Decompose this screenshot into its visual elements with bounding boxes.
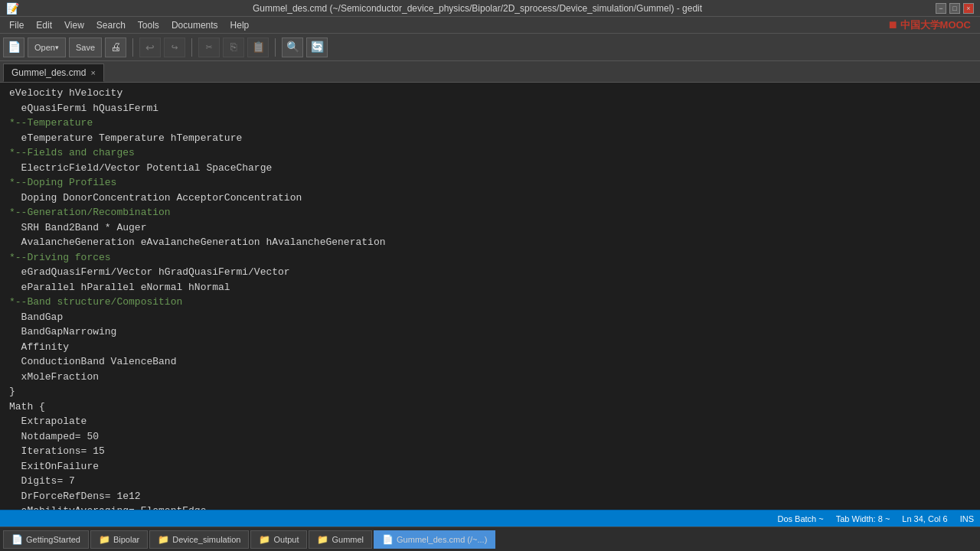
tabbar: Gummel_des.cmd × xyxy=(0,61,980,83)
titlebar: 📝 Gummel_des.cmd (~/Semiconductor_device… xyxy=(0,0,980,17)
editor-line: Extrapolate xyxy=(6,414,980,429)
taskbar-icon-1: 📁 xyxy=(99,534,110,545)
editor-line: eMobilityAveraging= ElementEdge xyxy=(6,504,980,510)
replace-button[interactable]: 🔄 xyxy=(306,37,328,57)
editor-line: } xyxy=(6,384,980,399)
editor-line: *--Doping Profiles xyxy=(6,175,980,191)
editor-line: BandGap xyxy=(6,310,980,325)
taskbar-label-1: Bipolar xyxy=(113,535,139,544)
taskbar-label-3: Output xyxy=(273,535,299,544)
menu-documents[interactable]: Documents xyxy=(165,18,224,32)
editor-line: Iterations= 15 xyxy=(6,444,980,459)
paste-button[interactable]: 📋 xyxy=(247,37,269,57)
editor-line: *--Band structure/Composition xyxy=(6,295,980,310)
statusbar-right: Dos Batch ~ Tab Width: 8 ~ Ln 34, Col 6 … xyxy=(777,514,974,523)
taskbar-item-3[interactable]: 📁Output xyxy=(250,530,307,549)
editor-line: Doping DonorConcentration AcceptorConcen… xyxy=(6,191,980,206)
taskbar-label-2: Device_simulation xyxy=(172,535,240,544)
editor-line: eParallel hParallel eNormal hNormal xyxy=(6,280,980,295)
taskbar-icon-2: 📁 xyxy=(158,534,169,545)
menu-help[interactable]: Help xyxy=(224,18,256,32)
redo-button[interactable]: ↪ xyxy=(164,37,185,57)
taskbar-label-4: Gummel xyxy=(332,535,364,544)
editor-line: xMoleFraction xyxy=(6,370,980,385)
tab-label: Gummel_des.cmd xyxy=(11,67,86,78)
taskbar-icon-3: 📁 xyxy=(259,534,270,545)
taskbar-icon-4: 📁 xyxy=(317,534,328,545)
menu-search[interactable]: Search xyxy=(90,18,132,32)
editor-line: *--Generation/Recombination xyxy=(6,205,980,220)
editor-line: *--Temperature xyxy=(6,116,980,131)
taskbar-item-2[interactable]: 📁Device_simulation xyxy=(149,530,249,549)
editor-line: eTemperature Temperature hTemperature xyxy=(6,131,980,146)
editor-line: *--Driving forces xyxy=(6,250,980,266)
editor-line: Math { xyxy=(6,399,980,415)
taskbar: 📄GettingStarted📁Bipolar📁Device_simulatio… xyxy=(0,527,980,551)
editor-tab[interactable]: Gummel_des.cmd × xyxy=(3,64,104,82)
sep1 xyxy=(132,38,133,57)
save-button[interactable]: Save xyxy=(69,37,102,57)
taskbar-label-5: Gummel_des.cmd (/~...) xyxy=(397,535,487,544)
editor-line: Affinity xyxy=(6,340,980,355)
menu-view[interactable]: View xyxy=(58,18,90,32)
mooc-logo: ■ 中国大学MOOC xyxy=(889,17,977,33)
new-button[interactable]: 📄 xyxy=(3,37,24,57)
app-icon: 📝 xyxy=(6,2,19,15)
minimize-button[interactable]: − xyxy=(936,3,946,14)
editor-line: eVelocity hVelocity xyxy=(6,86,980,101)
taskbar-label-0: GettingStarted xyxy=(26,535,80,544)
close-button[interactable]: × xyxy=(963,3,974,14)
menu-edit[interactable]: Edit xyxy=(30,18,58,32)
cut-button[interactable]: ✂ xyxy=(198,37,220,57)
editor-line: SRH Band2Band * Auger xyxy=(6,220,980,236)
toolbar: 📄 Open ▾ Save 🖨 ↩ ↪ ✂ ⎘ 📋 🔍 🔄 xyxy=(0,34,980,61)
menu-tools[interactable]: Tools xyxy=(132,18,165,32)
taskbar-item-4[interactable]: 📁Gummel xyxy=(309,530,372,549)
editor-line: BandGapNarrowing xyxy=(6,324,980,340)
tab-close-button[interactable]: × xyxy=(90,68,95,77)
editor-line: ElectricField/Vector Potential SpaceChar… xyxy=(6,161,980,176)
editor-line: eQuasiFermi hQuasiFermi xyxy=(6,101,980,116)
taskbar-icon-5: 📄 xyxy=(382,534,394,545)
menu-file[interactable]: File xyxy=(3,18,30,32)
editor-line: AvalancheGeneration eAvalancheGeneration… xyxy=(6,235,980,250)
undo-button[interactable]: ↩ xyxy=(139,37,161,57)
taskbar-item-0[interactable]: 📄GettingStarted xyxy=(3,530,89,549)
cursor-position: Ln 34, Col 6 xyxy=(902,514,947,523)
insert-mode: INS xyxy=(960,514,974,523)
taskbar-item-1[interactable]: 📁Bipolar xyxy=(90,530,148,549)
editor-line: eGradQuasiFermi/Vector hGradQuasiFermi/V… xyxy=(6,265,980,280)
copy-button[interactable]: ⎘ xyxy=(223,37,244,57)
open-button[interactable]: Open ▾ xyxy=(28,37,66,57)
sep3 xyxy=(275,38,276,57)
tab-width-indicator[interactable]: Tab Width: 8 ~ xyxy=(836,514,890,523)
maximize-button[interactable]: □ xyxy=(949,3,960,14)
editor-line: ConductionBand ValenceBand xyxy=(6,354,980,370)
find-button[interactable]: 🔍 xyxy=(282,37,303,57)
taskbar-icon-0: 📄 xyxy=(11,534,23,545)
print-button[interactable]: 🖨 xyxy=(105,37,126,57)
window-controls[interactable]: − □ × xyxy=(936,3,974,14)
editor-content: eVelocity hVelocity eQuasiFermi hQuasiFe… xyxy=(0,83,980,510)
editor-area[interactable]: eVelocity hVelocity eQuasiFermi hQuasiFe… xyxy=(0,83,980,510)
sep2 xyxy=(191,38,192,57)
editor-line: *--Fields and charges xyxy=(6,145,980,161)
editor-line: Notdamped= 50 xyxy=(6,429,980,445)
taskbar-item-5[interactable]: 📄Gummel_des.cmd (/~...) xyxy=(374,530,495,549)
menubar: File Edit View Search Tools Documents He… xyxy=(0,17,980,34)
statusbar: Dos Batch ~ Tab Width: 8 ~ Ln 34, Col 6 … xyxy=(0,510,980,527)
editor-line: ExitOnFailure xyxy=(6,459,980,474)
window-title: Gummel_des.cmd (~/Semiconductor_device_p… xyxy=(19,3,936,14)
batch-indicator[interactable]: Dos Batch ~ xyxy=(777,514,823,523)
editor-line: Digits= 7 xyxy=(6,474,980,489)
editor-line: DrForceRefDens= 1e12 xyxy=(6,489,980,504)
